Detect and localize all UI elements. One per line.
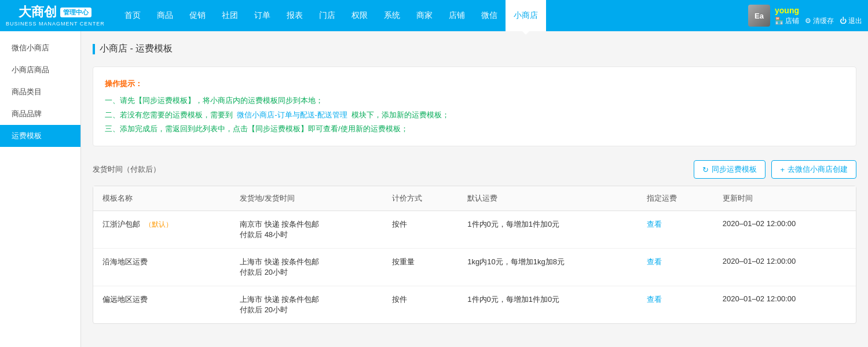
row1-default-fee: 1件内0元，每增加1件加0元 <box>458 211 638 249</box>
row2-default-fee: 1kg内10元，每增加1kg加8元 <box>458 249 638 286</box>
toolbar: 发货时间（付款后） ↻ 同步运费模板 + 去微信小商店创建 <box>93 160 856 179</box>
avatar-image: Ea <box>748 5 770 27</box>
row3-origin: 上海市 快递 按条件包邮 付款后 20小时 <box>230 286 383 324</box>
sync-icon: ↻ <box>702 165 709 174</box>
user-info: young 🏪 店铺 ⚙ 清缓存 ⏻ 退出 <box>775 6 862 26</box>
page-header-bar <box>93 44 95 54</box>
nav-shop[interactable]: 店铺 <box>441 0 473 31</box>
nav-orders[interactable]: 订单 <box>246 0 279 31</box>
row2-update-time: 2020–01–02 12:00:00 <box>713 249 856 286</box>
row1-view-link[interactable]: 查看 <box>647 220 662 228</box>
row2-assigned-fee: 查看 <box>638 249 713 286</box>
logout-icon: ⏻ <box>840 17 847 25</box>
username: young <box>775 6 862 15</box>
avatar: Ea <box>748 5 770 27</box>
logo-tag: 管理中心 <box>60 8 91 17</box>
row2-view-link[interactable]: 查看 <box>647 257 662 266</box>
logo-subtitle: BUSINESS MANAGMENT CENTER <box>6 21 105 27</box>
nav-reports[interactable]: 报表 <box>279 0 311 31</box>
avatar-text: Ea <box>755 12 764 20</box>
sync-label: 同步运费模板 <box>712 164 757 175</box>
sync-button[interactable]: ↻ 同步运费模板 <box>694 160 766 179</box>
notice-line-3: 三、添加完成后，需返回到此列表中，点击【同步运费模板】即可查看/使用新的运费模板… <box>105 122 844 136</box>
notice-line-1: 一、请先【同步运费模板】，将小商店内的运费模板同步到本地； <box>105 94 844 108</box>
row2-price-type: 按重量 <box>383 249 458 286</box>
sidebar-item-categories[interactable]: 商品类目 <box>0 81 80 103</box>
sidebar: 微信小商店 小商店商品 商品类目 商品品牌 运费模板 <box>0 31 81 347</box>
notice-text: 一、请先【同步运费模板】，将小商店内的运费模板同步到本地； 二、若没有您需要的运… <box>105 94 844 136</box>
create-label: 去微信小商店创建 <box>788 164 848 175</box>
row1-name: 江浙沪包邮 （默认） <box>93 211 230 249</box>
table-row: 江浙沪包邮 （默认） 南京市 快递 按条件包邮 付款后 48小时 按件 1件内0… <box>93 211 856 249</box>
store-icon: 🏪 <box>775 17 783 25</box>
row3-view-link[interactable]: 查看 <box>647 295 662 304</box>
col-header-name: 模板名称 <box>93 186 230 211</box>
row3-name: 偏远地区运费 <box>93 286 230 324</box>
row1-assigned-fee: 查看 <box>638 211 713 249</box>
nav-permissions[interactable]: 权限 <box>343 0 376 31</box>
default-tag: （默认） <box>145 220 173 228</box>
table-row: 偏远地区运费 上海市 快递 按条件包邮 付款后 20小时 按件 1件内0元，每增… <box>93 286 856 324</box>
row3-update-time: 2020–01–02 12:00:00 <box>713 286 856 324</box>
row3-default-fee: 1件内0元，每增加1件加0元 <box>458 286 638 324</box>
cache-label: 清缓存 <box>813 16 834 26</box>
cache-action[interactable]: ⚙ 清缓存 <box>805 16 834 26</box>
row2-origin: 上海市 快递 按条件包邮 付款后 20小时 <box>230 249 383 286</box>
user-actions: 🏪 店铺 ⚙ 清缓存 ⏻ 退出 <box>775 16 862 26</box>
logo-title: 大商创 <box>19 5 57 20</box>
col-header-default-fee: 默认运费 <box>458 186 638 211</box>
nav-home[interactable]: 首页 <box>116 0 149 31</box>
notice-link: 微信小商店-订单与配送-配送管理 <box>237 110 347 119</box>
nav-store[interactable]: 门店 <box>311 0 343 31</box>
nav-system[interactable]: 系统 <box>376 0 408 31</box>
nav-products[interactable]: 商品 <box>149 0 181 31</box>
col-header-origin: 发货地/发货时间 <box>230 186 383 211</box>
notice-box: 操作提示： 一、请先【同步运费模板】，将小商店内的运费模板同步到本地； 二、若没… <box>93 67 856 146</box>
row3-price-type: 按件 <box>383 286 458 324</box>
row2-name: 沿海地区运费 <box>93 249 230 286</box>
toolbar-buttons: ↻ 同步运费模板 + 去微信小商店创建 <box>694 160 856 179</box>
main-container: 微信小商店 小商店商品 商品类目 商品品牌 运费模板 小商店 - 运费模板 操作… <box>0 31 868 347</box>
nav-mini-shop[interactable]: 小商店 <box>506 0 546 31</box>
nav-promotions[interactable]: 促销 <box>181 0 214 31</box>
header: 大商创 管理中心 BUSINESS MANAGMENT CENTER 首页 商品… <box>0 0 868 31</box>
logout-action[interactable]: ⏻ 退出 <box>840 16 862 26</box>
nav-community[interactable]: 社团 <box>214 0 246 31</box>
row1-update-time: 2020–01–02 12:00:00 <box>713 211 856 249</box>
sidebar-item-shop-products[interactable]: 小商店商品 <box>0 59 80 81</box>
page-header: 小商店 - 运费模板 <box>93 43 856 55</box>
plus-icon: + <box>780 165 785 174</box>
logout-label: 退出 <box>848 16 862 26</box>
store-action[interactable]: 🏪 店铺 <box>775 16 799 26</box>
nav-merchant[interactable]: 商家 <box>408 0 441 31</box>
delivery-time-label: 发货时间（付款后） <box>93 164 160 175</box>
col-header-assigned-fee: 指定运费 <box>638 186 713 211</box>
freight-table: 模板名称 发货地/发货时间 计价方式 默认运费 指定运费 更新时间 江浙沪包邮 … <box>93 186 856 323</box>
content-area: 小商店 - 运费模板 操作提示： 一、请先【同步运费模板】，将小商店内的运费模板… <box>81 31 868 347</box>
notice-line-2: 二、若没有您需要的运费模板，需要到 微信小商店-订单与配送-配送管理 模块下，添… <box>105 108 844 123</box>
col-header-price-type: 计价方式 <box>383 186 458 211</box>
row3-assigned-fee: 查看 <box>638 286 713 324</box>
main-nav: 首页 商品 促销 社团 订单 报表 门店 权限 系统 商家 店铺 微信 小商店 <box>116 0 748 31</box>
row1-origin: 南京市 快递 按条件包邮 付款后 48小时 <box>230 211 383 249</box>
store-label: 店铺 <box>785 16 799 26</box>
row1-price-type: 按件 <box>383 211 458 249</box>
notice-title: 操作提示： <box>105 76 844 91</box>
logo-area: 大商创 管理中心 BUSINESS MANAGMENT CENTER <box>6 5 105 26</box>
table-header-row: 模板名称 发货地/发货时间 计价方式 默认运费 指定运费 更新时间 <box>93 186 856 211</box>
cache-icon: ⚙ <box>805 17 811 25</box>
sidebar-item-brands[interactable]: 商品品牌 <box>0 103 80 125</box>
nav-wechat[interactable]: 微信 <box>473 0 506 31</box>
sidebar-item-freight[interactable]: 运费模板 <box>0 125 80 147</box>
table-row: 沿海地区运费 上海市 快递 按条件包邮 付款后 20小时 按重量 1kg内10元… <box>93 249 856 286</box>
create-button[interactable]: + 去微信小商店创建 <box>771 160 856 179</box>
col-header-update-time: 更新时间 <box>713 186 856 211</box>
freight-table-wrap: 模板名称 发货地/发货时间 计价方式 默认运费 指定运费 更新时间 江浙沪包邮 … <box>93 186 856 324</box>
sidebar-item-wechat-shop[interactable]: 微信小商店 <box>0 37 80 59</box>
page-title: 小商店 - 运费模板 <box>100 43 173 55</box>
user-area: Ea young 🏪 店铺 ⚙ 清缓存 ⏻ 退出 <box>748 5 862 27</box>
